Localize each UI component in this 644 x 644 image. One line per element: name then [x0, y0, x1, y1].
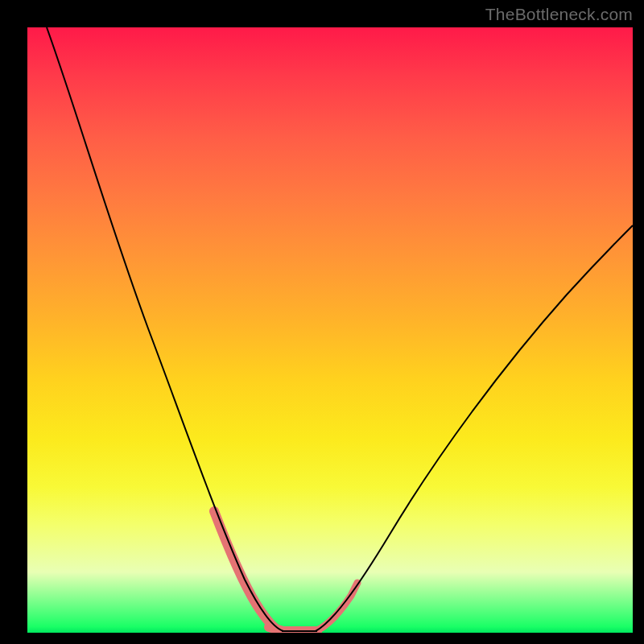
watermark-text: TheBottleneck.com [485, 5, 633, 24]
curves-layer [27, 27, 633, 633]
curve-right-branch [316, 225, 633, 631]
chart-frame: TheBottleneck.com [0, 0, 644, 644]
curve-left-branch [47, 27, 283, 631]
plot-area [27, 27, 633, 633]
highlight-right-pink [316, 583, 357, 631]
